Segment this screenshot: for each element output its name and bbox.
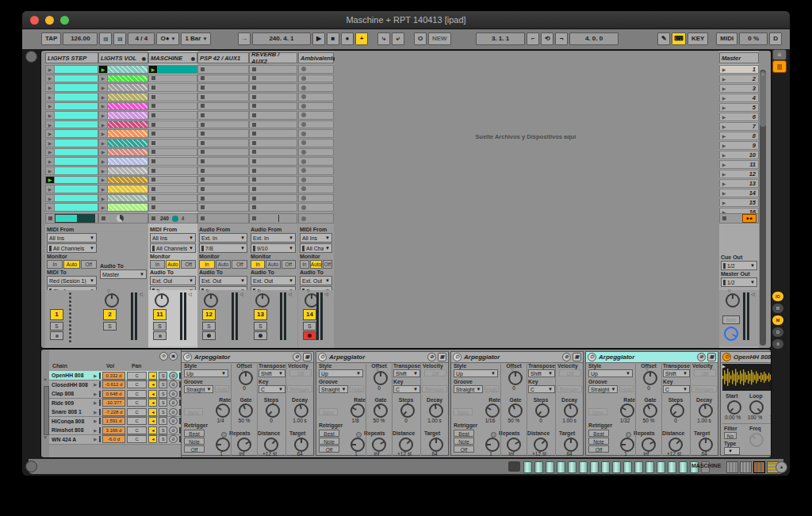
clip-slot-button[interactable] [301,150,306,155]
clip[interactable] [55,185,98,193]
filter-toggle[interactable]: No [724,432,737,439]
mixer-section-toggle-io[interactable]: IO [772,292,783,301]
clip[interactable] [55,195,98,202]
repeats-knob[interactable] [642,438,656,452]
monitor-in-button[interactable]: In [150,260,165,269]
track-title-3[interactable]: MASCHINE◉ [148,52,197,63]
velocity-off-button[interactable]: Off [289,369,312,376]
save-rack-icon[interactable]: ▣ [169,352,178,361]
clip-launch-button[interactable]: ▶ [46,140,55,147]
chain-row[interactable]: WN 424 A▶-6.0 dC◄S⊘ [49,435,181,445]
clip[interactable] [55,167,98,174]
chain-pan-field[interactable]: C [127,380,147,388]
clip[interactable] [108,121,147,128]
save-preset-icon[interactable]: ▣ [438,353,446,361]
clip-slot[interactable] [298,139,334,147]
retrigger-off-button[interactable]: Off [184,445,205,453]
clip-launch-button[interactable]: ▶ [46,195,55,202]
retrigger-beat-button[interactable]: Beat [588,430,609,437]
clip-stop-button[interactable] [151,123,155,127]
scene-row[interactable]: ▶7 [719,122,759,131]
retrigger-off-button[interactable]: Off [319,445,339,453]
clip-slot[interactable] [298,176,334,185]
repeat-count-knob[interactable] [620,438,634,452]
scene-launch-button[interactable]: ▶ [720,76,728,82]
clip-launch-button[interactable]: ▶ [99,112,108,119]
target-knob[interactable] [294,438,308,452]
chain-play-icon[interactable]: ▶ [94,392,99,396]
scene-row[interactable]: ▶14 [719,189,759,197]
clip[interactable] [55,204,98,211]
show-browser-button[interactable] [25,51,37,63]
arpeggiator-device[interactable]: ⏻Arpeggiator⊘▣StyleUp▼GrooveStraight▼Hol… [585,351,718,456]
track-activator[interactable]: 2 [103,309,117,320]
clip-slot[interactable] [197,203,249,212]
clip-stop-button[interactable] [151,169,155,173]
clip-slot[interactable] [197,176,249,185]
clip-stop-button[interactable] [201,86,205,90]
chain-pan-field[interactable]: C [127,435,147,443]
clip-slot[interactable] [249,111,297,120]
clip-slot-button[interactable] [301,205,306,210]
reenable-automation-button[interactable]: ⤶ [392,32,404,45]
clip-slot[interactable] [249,166,297,175]
clip-launch-button[interactable]: ▶ [99,130,108,137]
distance-knob[interactable] [264,438,278,452]
style-select[interactable]: Up▼ [454,369,498,377]
arpeggiator-device[interactable]: ⏻Arpeggiator⊘▣StyleUp▼GrooveStraight▼Hol… [316,351,449,456]
save-preset-icon[interactable]: ▣ [573,353,581,361]
nudge-down-button[interactable]: |||| [99,32,112,45]
clip-stop-button[interactable] [151,205,155,209]
offset-knob[interactable] [508,371,523,385]
monitor-in-button[interactable]: In [47,260,63,269]
scene-row[interactable]: ▶13 [719,179,759,188]
session-view-toggle[interactable]: ||| [772,60,787,73]
steps-knob[interactable] [535,403,550,418]
pad-cell[interactable] [590,461,599,473]
scene-row[interactable]: ▶2 [719,75,759,83]
clip-slot[interactable] [197,139,249,147]
clip-slot[interactable] [249,157,297,166]
scene-row[interactable]: ▶15 [719,198,759,207]
chain-hotswap-icon[interactable]: ⊘ [169,426,178,434]
monitor-auto-button[interactable]: Auto [166,260,181,269]
pad-cell[interactable] [568,461,576,473]
arm-button[interactable] [153,331,167,340]
chain-row[interactable]: ClosedHH 808▶-0.612 dC◄S⊘ [49,380,181,390]
chain-pan-field[interactable]: C [127,399,147,407]
groove-amount-button[interactable]: O●▼ [156,32,179,45]
groove-select[interactable]: Straight▼ [454,385,483,393]
clip-launch-button[interactable]: ▶ [99,158,108,165]
input-channel-select[interactable]: 9/10▼ [251,243,296,253]
scene-row[interactable]: ▶6 [719,113,759,121]
chain-volume-field[interactable]: -6.0 d [102,435,125,443]
scene-launch-button[interactable]: ▶ [720,181,728,186]
device-on-icon[interactable]: ⏻ [453,353,462,361]
clip-stop-button[interactable] [252,159,256,163]
chain-hotswap-icon[interactable]: ⊘ [169,408,178,416]
clip[interactable] [108,195,147,202]
device-title-bar[interactable]: ⏻Arpeggiator⊘▣ [182,352,313,363]
clip-slot-button[interactable] [301,140,306,145]
arrangement-view-toggle[interactable]: ≣ [772,49,787,60]
chain-hotswap-icon[interactable]: ⊘ [169,417,178,425]
tap-tempo-button[interactable]: TAP [41,32,61,45]
chain-pan-field[interactable]: C [127,372,147,380]
retrigger-note-button[interactable]: Note [454,438,474,445]
clip[interactable] [108,94,147,101]
clip-stop-button[interactable] [151,86,155,90]
style-select[interactable]: Up▼ [319,369,363,377]
clip-stop-button[interactable] [252,169,256,173]
clip-slot[interactable] [298,83,334,92]
clip-launch-button[interactable]: ▶ [46,185,55,193]
chain-row[interactable]: Clap 808▶0.648 dC◄S⊘ [49,389,181,399]
clip-slot[interactable] [197,120,249,129]
decay-knob[interactable] [564,403,578,418]
chain-solo-button[interactable]: S [159,426,167,434]
chain-speaker-icon[interactable]: ◄ [148,408,157,416]
pan-knob[interactable] [255,293,270,308]
transpose-select[interactable]: Shift▼ [663,369,690,377]
chain-play-icon[interactable]: ▶ [94,410,99,415]
chain-volume-field[interactable]: -10.377 [102,399,125,407]
follow-button[interactable]: → [238,32,251,45]
